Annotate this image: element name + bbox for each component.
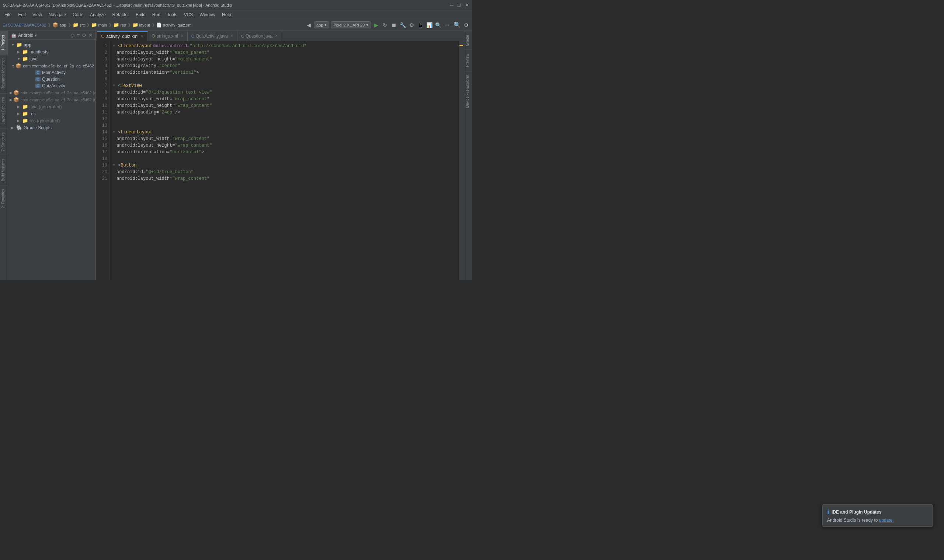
locate-file-icon[interactable]: ◎ — [71, 32, 74, 38]
quizactivity-class-icon: C — [35, 84, 40, 88]
question-class-icon: C — [35, 77, 40, 82]
menu-file[interactable]: File — [2, 11, 14, 18]
fold-1[interactable]: ▼ — [113, 43, 117, 49]
right-tab-gradle[interactable]: Gradle — [464, 31, 472, 50]
run-config-dropdown[interactable]: app ▾ — [314, 22, 329, 28]
breadcrumb-main[interactable]: main — [98, 23, 107, 27]
tab-project[interactable]: 1: Project — [0, 31, 8, 54]
tab-layout-captures[interactable]: Layout Captures — [0, 93, 8, 128]
tree-item-package[interactable]: ▼ 📦 com.example.a5c_ba_ef_2a_aa_c5462 — [8, 62, 96, 69]
window-title: 5C-BA-EF-2A-AA-C5(46)2 [D:\Android\5CBAE… — [3, 3, 232, 8]
fold-14[interactable]: ▼ — [113, 129, 117, 135]
tab-strings-close[interactable]: ✕ — [180, 34, 184, 38]
maximize-button[interactable]: □ — [458, 2, 461, 8]
breadcrumb-app[interactable]: app — [59, 23, 66, 27]
tree-item-gradle[interactable]: ▶ 🐘 Gradle Scripts — [8, 124, 96, 131]
panel-settings-icon[interactable]: ⚙ — [82, 32, 86, 38]
tab-quizactivity-java[interactable]: C QuizActivity.java ✕ — [188, 31, 238, 41]
collapse-all-icon[interactable]: ≡ — [77, 32, 80, 38]
project-panel-title: 🤖 Android ▾ — [11, 33, 37, 38]
stop-button[interactable]: ⏹ — [390, 22, 398, 29]
settings-button[interactable]: ⚙ — [463, 22, 470, 29]
tree-item-java[interactable]: ▼ 📁 java — [8, 55, 96, 62]
menu-build[interactable]: Build — [133, 11, 149, 18]
breadcrumb-project[interactable]: 5CBAEF2AAAC5462 — [8, 23, 46, 27]
menu-refactor[interactable]: Refactor — [110, 11, 132, 18]
menu-run[interactable]: Run — [150, 11, 164, 18]
breadcrumb-file[interactable]: activity_quiz.xml — [163, 23, 193, 27]
tree-item-test[interactable]: ▶ 📦 com.example.a5c_ba_ef_2a_aa_c5462 (t… — [8, 96, 96, 103]
menu-code[interactable]: Code — [70, 11, 86, 18]
breadcrumb-res[interactable]: res — [120, 23, 126, 27]
code-line-4: android:gravity="center" — [113, 63, 456, 69]
res-label: res — [29, 111, 36, 117]
menu-vcs[interactable]: VCS — [181, 11, 196, 18]
layout-inspector-button[interactable]: 🔍 — [434, 22, 442, 29]
menu-edit[interactable]: Edit — [15, 11, 29, 18]
tab-activity-quiz-close[interactable]: ✕ — [140, 34, 144, 39]
tree-item-res-generated[interactable]: ▶ 📁 res (generated) — [8, 117, 96, 124]
project-panel: 🤖 Android ▾ ◎ ≡ ⚙ ✕ ▼ 📁 app ▶ — [8, 31, 96, 280]
arrow-res-generated: ▶ — [17, 118, 22, 123]
breadcrumb-layout[interactable]: layout — [139, 23, 150, 27]
quizactivity-label: QuizActivity — [42, 83, 65, 88]
android-dropdown-chevron[interactable]: ▾ — [35, 33, 37, 38]
gradle-sync-button[interactable]: 🔧 — [399, 22, 406, 29]
code-line-3: android:layout_height="match_parent" — [113, 56, 456, 63]
gutter-marker-1 — [460, 45, 463, 46]
run-button[interactable]: ▶ — [372, 22, 380, 29]
java-folder-icon: 📁 — [22, 56, 28, 62]
tab-question-java[interactable]: C Question.java ✕ — [238, 31, 282, 41]
search-everywhere-button[interactable]: 🔍 — [453, 22, 461, 29]
tab-strings-xml[interactable]: ⬡ strings.xml ✕ — [148, 31, 187, 41]
sdk-button[interactable]: ⚙ — [408, 22, 415, 29]
arrow-res: ▶ — [17, 112, 22, 116]
manifests-label: manifests — [29, 49, 48, 54]
tab-question-close[interactable]: ✕ — [275, 34, 278, 38]
tree-item-java-generated[interactable]: ▶ 📁 java (generated) — [8, 103, 96, 110]
package-label: com.example.a5c_ba_ef_2a_aa_c5462 — [23, 64, 94, 68]
tree-item-manifests[interactable]: ▶ 📁 manifests — [8, 48, 96, 55]
tree-item-quizactivity[interactable]: ▶ C QuizActivity — [8, 83, 96, 89]
menu-tools[interactable]: Tools — [164, 11, 180, 18]
minimize-button[interactable]: ─ — [450, 2, 453, 8]
right-tab-preview[interactable]: Preview — [464, 50, 472, 71]
code-content[interactable]: ▼ <LinearLayout xmlns:android="http://sc… — [110, 41, 459, 280]
menu-window[interactable]: Window — [197, 11, 218, 18]
code-line-21: android:layout_width="wrap_content" — [113, 175, 456, 182]
menu-analyze[interactable]: Analyze — [87, 11, 109, 18]
menu-help[interactable]: Help — [219, 11, 234, 18]
code-editor[interactable]: 12345 678910 1112131415 1617181920 21 ▼ … — [96, 41, 464, 280]
menu-view[interactable]: View — [29, 11, 45, 18]
close-button[interactable]: ✕ — [465, 2, 469, 8]
arrow-androidtest: ▶ — [9, 91, 12, 95]
breadcrumb[interactable]: 🗂 5CBAEF2AAAC5462 ❯ 📦 app ❯ 📁 src ❯ 📁 ma… — [2, 22, 193, 28]
tree-item-androidtest[interactable]: ▶ 📦 com.example.a5c_ba_ef_2a_aa_c5462 (a… — [8, 89, 96, 96]
tab-build-variants[interactable]: Build Variants — [0, 155, 8, 185]
avd-button[interactable]: 📱 — [417, 22, 424, 29]
right-tab-device-explorer[interactable]: Device File Explorer — [464, 71, 472, 111]
tab-structure[interactable]: 7: Structure — [0, 128, 8, 155]
tab-activity-quiz-xml[interactable]: ⬡ activity_quiz.xml ✕ — [97, 31, 148, 41]
tree-item-mainactivity[interactable]: ▶ C MainActivity — [8, 69, 96, 76]
window-controls[interactable]: ─ □ ✕ — [450, 2, 469, 8]
profile-button[interactable]: 📊 — [426, 22, 433, 29]
breadcrumb-src[interactable]: src — [80, 23, 85, 27]
refresh-button[interactable]: ↻ — [381, 22, 389, 29]
breadcrumb-sep1: ❯ — [48, 23, 51, 27]
close-panel-icon[interactable]: ✕ — [88, 32, 93, 38]
menu-navigate[interactable]: Navigate — [46, 11, 69, 18]
tree-item-res[interactable]: ▶ 📁 res — [8, 110, 96, 117]
tree-item-app[interactable]: ▼ 📁 app — [8, 41, 96, 48]
toolbar: 🗂 5CBAEF2AAAC5462 ❯ 📦 app ❯ 📁 src ❯ 📁 ma… — [0, 19, 472, 31]
device-dropdown[interactable]: Pixel 2 XL API 29 ▾ — [331, 22, 371, 28]
fold-19[interactable]: ▼ — [113, 162, 117, 169]
fold-7[interactable]: ▼ — [113, 83, 117, 89]
tree-item-question[interactable]: ▶ C Question — [8, 76, 96, 83]
code-line-8: android:id="@+id/question_text_view" — [113, 89, 456, 96]
more-actions-button[interactable]: ⋯ — [443, 22, 450, 29]
tab-favorites[interactable]: 2: Favorites — [0, 185, 8, 212]
tab-resource-manager[interactable]: Resource Manager — [0, 54, 8, 93]
tab-quizactivity-close[interactable]: ✕ — [230, 34, 233, 38]
back-navigation-button[interactable]: ◀ — [305, 22, 312, 29]
